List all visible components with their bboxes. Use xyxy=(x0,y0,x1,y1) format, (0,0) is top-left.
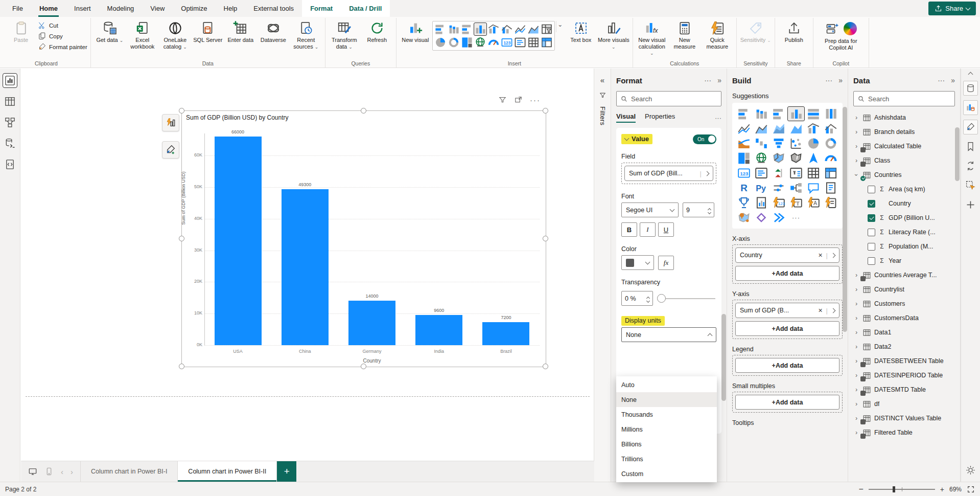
more-visuals-button[interactable]: More visuals ⌄ xyxy=(598,19,629,50)
visual-type-diamond-icon[interactable] xyxy=(753,211,769,224)
field-pill[interactable]: Sum of GDP (Bill... | xyxy=(624,166,713,181)
visual-type-line-icon[interactable] xyxy=(736,122,752,136)
add-data-button[interactable]: +Add data xyxy=(735,358,839,373)
visual-type-colVs-icon[interactable] xyxy=(448,23,460,35)
visual-type-funnelV-icon[interactable] xyxy=(771,137,787,150)
font-size-stepper[interactable]: 9 xyxy=(683,202,714,217)
model-view-icon[interactable] xyxy=(3,116,17,129)
chevron-right-icon[interactable]: › xyxy=(853,157,859,164)
conditional-formatting-button[interactable]: fx xyxy=(658,256,674,270)
add-data-button[interactable]: +Add data xyxy=(735,266,839,281)
chevron-right-icon[interactable]: › xyxy=(853,143,859,150)
zoom-out-icon[interactable]: − xyxy=(858,485,863,494)
visual-type-pagreport-icon[interactable] xyxy=(753,196,769,210)
table-row-class[interactable]: ›Class xyxy=(853,153,955,168)
visual-type-ribbonV-icon[interactable] xyxy=(736,137,752,150)
selection-handle[interactable] xyxy=(361,108,366,114)
chevron-right-icon[interactable]: › xyxy=(853,415,859,422)
visual-type-pie-icon[interactable] xyxy=(434,36,447,49)
collapse-ribbon-icon[interactable] xyxy=(968,72,973,77)
color-picker[interactable] xyxy=(621,255,654,270)
add-pane-icon[interactable] xyxy=(963,197,978,212)
field-row-gdp-billion-u-[interactable]: ΣGDP (Billion U... xyxy=(853,211,955,225)
selection-handle[interactable] xyxy=(179,364,184,369)
display-units-option-billions[interactable]: Billions xyxy=(616,437,717,452)
transform-data-button[interactable]: Transform data ⌄ xyxy=(329,19,360,50)
table-row-filtered-table[interactable]: ›Filtered Table xyxy=(853,425,955,440)
selection-handle[interactable] xyxy=(543,108,548,114)
visual-type-boltCard-icon[interactable]: 123 xyxy=(771,196,787,210)
desktop-layout-icon[interactable] xyxy=(28,467,37,476)
visual-type-dtree-icon[interactable] xyxy=(788,181,804,195)
visual-type-dots-icon[interactable]: ··· xyxy=(788,211,804,224)
column-chart-visual[interactable]: ··· Sum of GDP (Billion USD) by Country … xyxy=(181,110,546,367)
visual-type-globe-icon[interactable] xyxy=(753,151,769,165)
visual-type-colVsel-icon[interactable] xyxy=(788,107,804,121)
enter-data-button[interactable]: Enter data xyxy=(225,19,256,43)
ribbon-tab-external-tools[interactable]: External tools xyxy=(245,0,302,17)
chevron-right-icon[interactable]: › xyxy=(853,400,859,408)
table-row-data2[interactable]: ›Data2 xyxy=(853,340,955,354)
visual-type-comboB-icon[interactable] xyxy=(501,23,513,35)
field-checkbox[interactable] xyxy=(868,229,875,236)
underline-button[interactable]: U xyxy=(658,222,674,237)
visual-type-boltText-icon[interactable]: A xyxy=(805,196,822,210)
visual-type-treemap-icon[interactable] xyxy=(736,151,752,165)
field-row-population-m-[interactable]: ΣPopulation (M... xyxy=(853,239,955,254)
ribbon-tab-file[interactable]: File xyxy=(4,0,31,17)
visual-type-mapFill-icon[interactable] xyxy=(771,151,787,165)
data-pane-scrollbar[interactable] xyxy=(955,127,960,181)
format-pane-scrollbar[interactable] xyxy=(721,314,726,401)
table-row-df[interactable]: ›df xyxy=(853,397,955,411)
data-search-input[interactable]: Search xyxy=(853,91,955,106)
table-row-customers[interactable]: ›Customers xyxy=(853,297,955,311)
visual-type-flow-icon[interactable] xyxy=(771,211,787,224)
table-row-distinct-values-table[interactable]: ›DISTINCT Values Table xyxy=(853,411,955,425)
new-page-button[interactable]: + xyxy=(277,461,296,482)
build-pane-icon[interactable] xyxy=(963,100,978,115)
chevron-right-icon[interactable]: › xyxy=(853,286,859,293)
selection-handle[interactable] xyxy=(179,236,184,241)
ribbon-tab-insert[interactable]: Insert xyxy=(66,0,99,17)
bold-button[interactable]: B xyxy=(621,222,637,237)
visual-type-mapShape-icon[interactable] xyxy=(788,151,804,165)
zoom-in-icon[interactable]: + xyxy=(940,485,944,493)
visual-type-slicer-icon[interactable] xyxy=(788,166,804,180)
field-checkbox[interactable] xyxy=(868,243,875,251)
pane-more-icon[interactable]: ··· xyxy=(704,76,711,84)
visual-type-comboB-icon[interactable] xyxy=(823,122,839,136)
visual-type-narrative-icon[interactable] xyxy=(823,181,839,195)
field-checkbox[interactable] xyxy=(868,200,875,208)
table-row-datesmtd-table[interactable]: ›DATESMTD Table xyxy=(853,382,955,397)
visual-type-colV100-icon[interactable] xyxy=(823,107,839,121)
fit-to-page-icon[interactable] xyxy=(967,485,975,493)
table-row-countries[interactable]: ›Countries xyxy=(853,168,955,182)
transparency-stepper[interactable]: 0 % xyxy=(621,291,653,306)
visual-type-areaS-icon[interactable] xyxy=(771,122,787,136)
pane-collapse-icon[interactable]: » xyxy=(951,76,955,84)
gallery-expand-icon[interactable]: ⌄ xyxy=(556,21,564,32)
expand-pane-icon[interactable]: « xyxy=(600,76,604,84)
tmdl-view-icon[interactable] xyxy=(3,157,17,171)
pane-collapse-icon[interactable]: » xyxy=(838,76,843,84)
italic-button[interactable]: I xyxy=(640,222,656,237)
visual-type-colHs-icon[interactable] xyxy=(434,23,447,35)
prev-page-icon[interactable]: ‹ xyxy=(61,467,63,476)
mobile-layout-icon[interactable] xyxy=(44,467,54,476)
format-pane-icon[interactable] xyxy=(963,120,978,134)
value-toggle[interactable]: On xyxy=(693,134,716,144)
visual-type-boltSlicer-icon[interactable] xyxy=(788,196,804,210)
visual-type-area-icon[interactable] xyxy=(527,23,540,35)
format-painter-button[interactable]: Format painter xyxy=(38,42,87,51)
visual-type-pinMap-icon[interactable] xyxy=(736,211,752,224)
add-data-button[interactable]: +Add data xyxy=(735,321,839,336)
transparency-slider[interactable] xyxy=(657,294,716,303)
new-visual-button[interactable]: New visual xyxy=(400,19,431,43)
field-row-area-sq-km-[interactable]: ΣArea (sq km) xyxy=(853,182,955,196)
ribbon-tab-format[interactable]: Format xyxy=(302,0,341,17)
chevron-right-icon[interactable]: › xyxy=(853,343,859,350)
display-units-select[interactable]: None xyxy=(621,327,716,342)
table-row-customersdata[interactable]: ›CustomersData xyxy=(853,311,955,325)
options-settings-icon[interactable] xyxy=(963,463,978,478)
tab-visual[interactable]: Visual xyxy=(616,112,636,123)
